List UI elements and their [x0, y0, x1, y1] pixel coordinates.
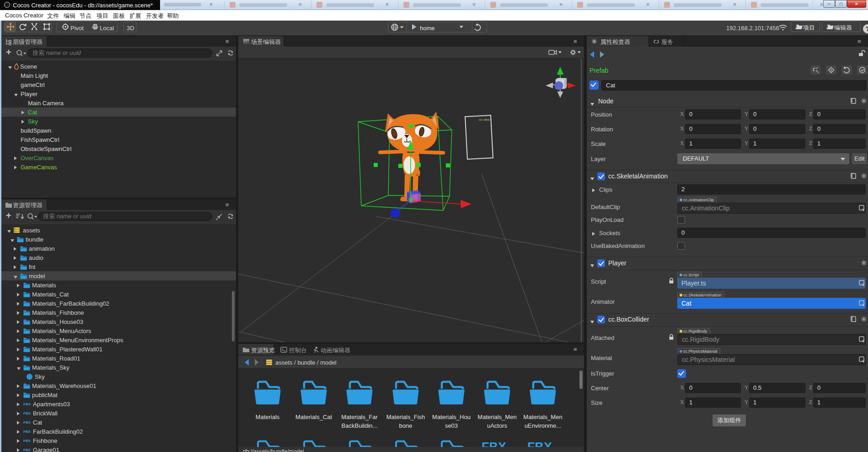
- svg-text:MOJIRBA: MOJIRBA: [479, 118, 491, 121]
